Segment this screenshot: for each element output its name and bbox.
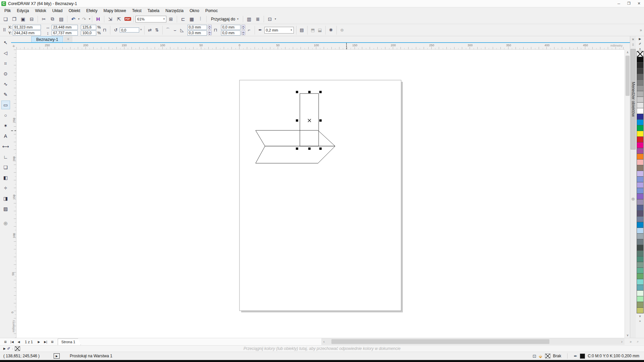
outline-width-combo[interactable]: 0,2 mm ▾	[264, 27, 294, 34]
import-button[interactable]: ⇲	[106, 15, 114, 23]
zoom-level-combo[interactable]: 61% ▾	[136, 16, 166, 22]
palette-swatch[interactable]	[637, 210, 644, 217]
spin-up-icon[interactable]: ▴	[208, 25, 212, 27]
palette-swatch[interactable]	[637, 74, 644, 80]
app-launcher-button[interactable]: H	[94, 15, 102, 23]
spin-up-icon[interactable]: ▴	[241, 31, 245, 33]
options-button[interactable]: ▥	[245, 15, 253, 23]
corner-radius-field[interactable]: 0,0 mm	[187, 31, 207, 36]
crop-tool[interactable]: ⌗	[1, 59, 10, 68]
palette-swatch[interactable]	[637, 171, 644, 177]
menu-item-tekst[interactable]: Tekst	[129, 8, 145, 14]
menu-item-układ[interactable]: Układ	[49, 8, 66, 14]
selection-handle[interactable]	[319, 119, 322, 122]
status-flyout-button[interactable]: ▶	[54, 353, 60, 359]
page-tab[interactable]: Strona 1	[58, 339, 81, 345]
palette-swatch[interactable]	[637, 131, 644, 137]
scroll-right-icon[interactable]: ›	[619, 340, 625, 344]
palette-swatch[interactable]	[637, 279, 644, 285]
rotation-field[interactable]: 0,0	[120, 27, 139, 33]
scroll-down-icon[interactable]: ∨	[625, 333, 630, 338]
object-manager-docker-tab[interactable]: Menedżer obiektów	[631, 49, 636, 149]
scalloped-corner-button[interactable]: ⌣	[172, 27, 178, 33]
palette-swatch[interactable]	[637, 216, 644, 222]
proof-colors-icon[interactable]: ⊡	[533, 354, 536, 359]
to-front-button[interactable]: ⬒	[310, 27, 316, 33]
horizontal-ruler[interactable]: milimetry 250200150100500501001502002503…	[16, 43, 625, 50]
palette-swatch[interactable]	[637, 57, 644, 63]
ruler-origin-icon[interactable]: ✛	[11, 43, 16, 50]
text-tool[interactable]: A	[1, 132, 10, 140]
paste-button[interactable]: ▤	[57, 15, 65, 23]
selection-handle[interactable]	[308, 147, 311, 150]
document-tab[interactable]: Beznazwy-1	[31, 36, 63, 42]
new-document-button[interactable]: ❏	[1, 15, 10, 23]
selection-handle[interactable]	[308, 91, 311, 93]
palette-swatch[interactable]	[637, 267, 644, 274]
palette-swatch[interactable]	[637, 245, 644, 251]
menu-item-mapy-bitowe[interactable]: Mapy bitowe	[100, 8, 129, 14]
transparency-tool[interactable]: ◧	[1, 173, 10, 182]
first-page-button[interactable]: |◀	[9, 339, 15, 345]
spin-up-icon[interactable]: ▴	[241, 25, 245, 27]
spin-down-icon[interactable]: ▾	[241, 27, 245, 29]
cut-button[interactable]: ✂	[40, 15, 48, 23]
menu-item-narzędzia[interactable]: Narzędzia	[162, 8, 186, 14]
fill-color-swatch[interactable]	[545, 354, 550, 358]
palette-swatch[interactable]	[637, 307, 644, 313]
add-tool-button[interactable]: ⊕	[1, 219, 10, 228]
vertical-ruler[interactable]: 250200150100500	[11, 50, 16, 338]
scroll-left-icon[interactable]: ‹	[321, 340, 327, 344]
snap-to-dropdown[interactable]: Przyciągaj do ▾	[208, 15, 241, 23]
show-rulers-toggle[interactable]: ⊏	[179, 15, 187, 23]
add-page-button[interactable]: ⊞	[49, 339, 56, 345]
navigator-icon[interactable]: ⌕	[637, 340, 639, 344]
menu-item-tabela[interactable]: Tabela	[145, 8, 162, 14]
menu-item-efekty[interactable]: Efekty	[83, 8, 100, 14]
wrap-text-button[interactable]: ▤	[299, 27, 305, 33]
palette-scroll-up-icon[interactable]: ∧	[636, 46, 644, 51]
artistic-media-tool[interactable]: ✎	[1, 90, 10, 99]
undo-dropdown-icon[interactable]: ▾	[78, 17, 79, 20]
width-field[interactable]: 23,448 mm	[52, 25, 78, 30]
fit-page-button[interactable]: ⊞	[167, 15, 175, 23]
drop-shadow-tool[interactable]: ❏	[1, 163, 10, 172]
spin-down-icon[interactable]: ▾	[208, 33, 212, 35]
docker-close-icon[interactable]: ✕	[630, 36, 636, 42]
spin-down-icon[interactable]: ▾	[241, 33, 245, 35]
outline-pen-icon[interactable]: ✒	[574, 354, 577, 359]
view-settings-button[interactable]: ≣	[254, 15, 262, 23]
palette-swatch[interactable]	[637, 119, 644, 125]
scroll-up-icon[interactable]: ∧	[625, 50, 630, 55]
palette-swatch[interactable]	[637, 262, 644, 268]
palette-eyedropper-icon[interactable]: ✐	[636, 41, 644, 46]
palette-swatch[interactable]	[637, 222, 644, 228]
palette-swatch[interactable]	[637, 136, 644, 142]
corner-radius-field[interactable]: 0,0 mm	[187, 25, 207, 30]
minimize-button[interactable]: ─	[614, 0, 624, 7]
open-shape-button[interactable]: ⊕	[339, 27, 345, 33]
menu-item-plik[interactable]: Plik	[1, 8, 14, 14]
x-position-field[interactable]: 91,323 mm	[13, 25, 41, 30]
relative-corner-icon[interactable]: ⌐	[246, 27, 252, 33]
ellipse-tool[interactable]: ○	[1, 111, 10, 120]
horizontal-scrollbar[interactable]: ‹ ›	[321, 338, 625, 345]
maximize-button[interactable]: ❐	[624, 0, 634, 7]
height-field[interactable]: 67,737 mm	[52, 31, 78, 36]
show-grid-toggle[interactable]: ▦	[187, 15, 196, 23]
propbar-overflow-icon[interactable]: »	[640, 28, 642, 33]
smart-fill-tool[interactable]: ▨	[1, 204, 10, 213]
fill-bucket-icon[interactable]: ⬙	[539, 354, 542, 359]
menu-item-okno[interactable]: Okno	[186, 8, 202, 14]
palette-swatch[interactable]	[637, 114, 644, 120]
spin-down-icon[interactable]: ▾	[208, 27, 212, 29]
palette-swatch[interactable]	[637, 302, 644, 308]
palette-swatch[interactable]	[637, 228, 644, 234]
corner-radius-field[interactable]: 0,0 mm	[221, 25, 240, 30]
redo-button[interactable]: ↷	[80, 15, 88, 23]
save-button[interactable]: ▣	[19, 15, 27, 23]
round-corner-button[interactable]: ⌒	[165, 27, 171, 33]
palette-swatch[interactable]	[637, 182, 644, 188]
outline-color-swatch[interactable]	[580, 354, 585, 359]
close-button[interactable]: ✕	[634, 0, 644, 7]
